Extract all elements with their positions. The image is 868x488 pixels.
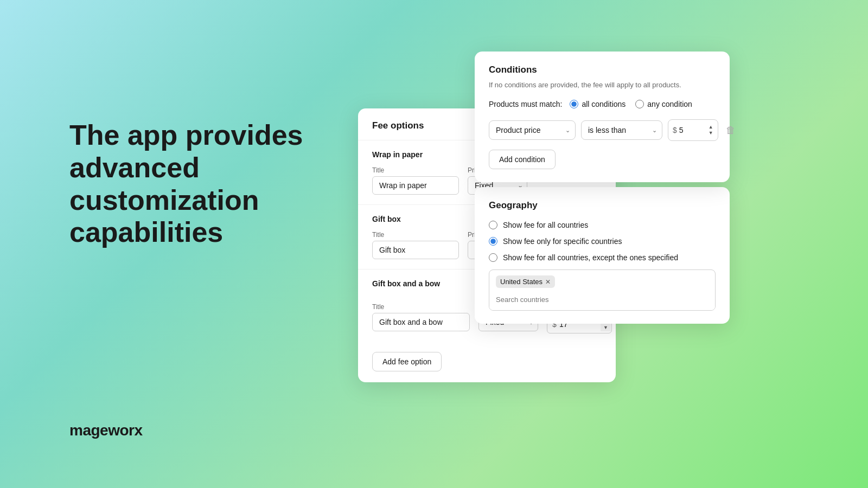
geo-except-countries-radio[interactable] — [489, 253, 497, 262]
match-all-label: all conditions — [582, 100, 626, 108]
wrap-title-input[interactable] — [372, 176, 459, 195]
gift-box-bow-title: Gift box and a bow — [372, 279, 440, 288]
product-field-select-wrapper: Product price — [489, 120, 576, 140]
value-decrement-btn[interactable]: ▼ — [601, 324, 611, 331]
geo-all-countries-label: Show fee for all countries — [503, 221, 588, 229]
country-tag-us-close[interactable]: ✕ — [545, 278, 551, 286]
operator-select[interactable]: is less than — [581, 120, 662, 140]
gift-box-title-field: Title — [372, 231, 459, 259]
match-row: Products must match: all conditions any … — [489, 100, 716, 108]
hero-text: The app provides advanced customization … — [69, 119, 330, 249]
add-fee-option-button[interactable]: Add fee option — [372, 352, 442, 371]
condition-stepper: ▲ ▼ — [709, 124, 713, 136]
condition-row: Product price is less than $ ▲ ▼ 🗑 — [489, 119, 716, 141]
condition-delete-button[interactable]: 🗑 — [724, 123, 738, 138]
condition-dollar: $ — [673, 126, 677, 134]
geo-except-countries-option[interactable]: Show fee for all countries, except the o… — [489, 253, 716, 262]
condition-value-wrapper: $ ▲ ▼ — [668, 119, 718, 141]
country-tag-us: United States ✕ — [496, 275, 555, 288]
geo-except-countries-label: Show fee for all countries, except the o… — [503, 253, 678, 262]
operator-select-wrapper: is less than — [581, 120, 662, 140]
conditions-card: Conditions If no conditions are provided… — [475, 52, 730, 182]
conditions-title: Conditions — [489, 65, 716, 75]
geo-specific-countries-label: Show fee only for specific countries — [503, 237, 622, 246]
cond-decrement-btn[interactable]: ▼ — [709, 130, 713, 136]
match-all-radio[interactable] — [570, 100, 578, 108]
geography-card: Geography Show fee for all countries Sho… — [475, 187, 730, 324]
match-radio-group: all conditions any condition — [570, 100, 692, 108]
hero-section: The app provides advanced customization … — [69, 119, 330, 249]
match-any-radio[interactable] — [635, 100, 644, 108]
match-all-option[interactable]: all conditions — [570, 100, 626, 108]
country-tag-us-label: United States — [500, 278, 542, 286]
condition-value-input[interactable] — [679, 126, 706, 134]
match-any-label: any condition — [647, 100, 692, 108]
wrap-title-label: Title — [372, 166, 459, 174]
match-label: Products must match: — [489, 100, 562, 108]
gift-box-bow-title-input[interactable] — [372, 313, 470, 331]
country-tags: United States ✕ — [489, 270, 715, 291]
gift-box-bow-title-label: Title — [372, 303, 470, 311]
geo-all-countries-option[interactable]: Show fee for all countries — [489, 221, 716, 229]
add-condition-button[interactable]: Add condition — [489, 150, 556, 169]
gift-box-title-input[interactable] — [372, 241, 459, 259]
country-search-box: United States ✕ — [489, 269, 716, 311]
geography-title: Geography — [489, 200, 716, 211]
conditions-subtitle: If no conditions are provided, the fee w… — [489, 81, 716, 89]
geo-specific-countries-option[interactable]: Show fee only for specific countries — [489, 237, 716, 246]
geo-all-countries-radio[interactable] — [489, 221, 497, 229]
cond-increment-btn[interactable]: ▲ — [709, 124, 713, 130]
product-field-select[interactable]: Product price — [489, 120, 576, 140]
gift-box-bow-title-field: Title — [372, 303, 470, 331]
country-search-input[interactable] — [489, 291, 715, 310]
geo-specific-countries-radio[interactable] — [489, 237, 497, 246]
gift-box-title-label: Title — [372, 231, 459, 239]
brand-logo: mageworx — [69, 422, 143, 439]
match-any-option[interactable]: any condition — [635, 100, 692, 108]
wrap-title-field: Title — [372, 166, 459, 195]
